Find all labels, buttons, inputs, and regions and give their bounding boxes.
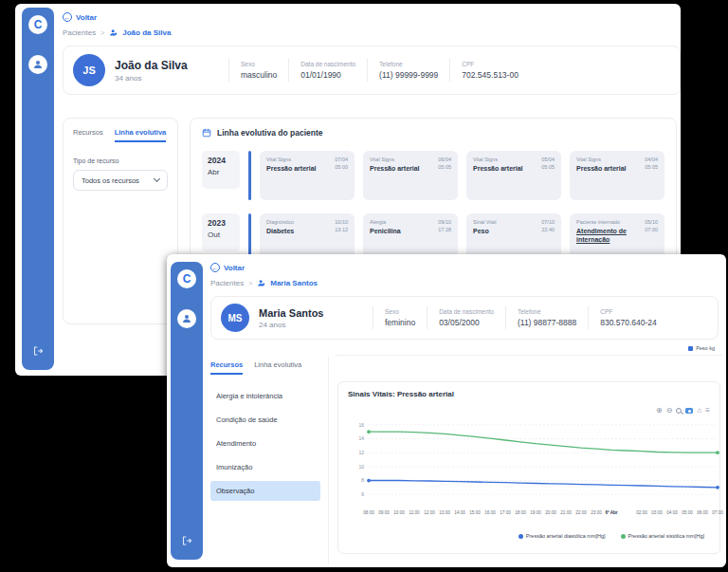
event-time: 05:05 — [438, 164, 451, 173]
patients-nav-icon[interactable] — [177, 309, 196, 328]
previous-card-divider — [336, 355, 722, 356]
menu-item[interactable]: Observação — [210, 481, 320, 501]
person-icon — [32, 59, 44, 70]
timeline-event-card[interactable]: Vital Signs05/04Pressão arterial05:05 — [466, 151, 561, 200]
event-category: Diagnóstico — [266, 219, 331, 225]
zoom-out-icon[interactable]: ⊖ — [666, 407, 673, 415]
back-label: Voltar — [224, 264, 245, 272]
resource-type-select[interactable]: Todos os recursos — [73, 170, 168, 191]
timeline-event-card[interactable]: Vital Signs06/04Pressão arterial05:05 — [363, 151, 458, 200]
svg-text:08:00: 08:00 — [363, 510, 374, 515]
event-title: Peso — [473, 227, 537, 235]
event-category: Vital Signs — [266, 157, 331, 162]
svg-text:14: 14 — [358, 435, 364, 441]
resources-panel: RecursosLinha evolutiva Alergia e intole… — [210, 360, 320, 563]
back-button[interactable]: Voltar — [63, 12, 97, 22]
event-date: 05/04 — [541, 157, 555, 162]
event-category: Sinal Vital — [473, 219, 537, 225]
timeline-event-card[interactable]: Vital Signs04/04Pressão arterial05:05 — [570, 151, 664, 200]
panel-tabs: RecursosLinha evolutiva — [210, 360, 320, 375]
event-date: 04/04 — [645, 157, 658, 162]
svg-text:05:00: 05:00 — [682, 510, 693, 515]
event-title: Diabetes — [266, 227, 331, 235]
field-value: masculino — [241, 70, 277, 80]
legend-item[interactable]: Pressão arterial diastólica mm[Hg] — [519, 533, 606, 539]
svg-text:14:00: 14:00 — [454, 510, 465, 515]
patients-nav-icon[interactable] — [28, 55, 47, 74]
event-date: 09/10 — [438, 219, 451, 225]
patient-field: CPF830.570.640-24 — [588, 306, 668, 329]
breadcrumb: Pacientes > Maria Santos — [210, 279, 722, 287]
timeline-period-chip: 2023Out — [202, 213, 240, 251]
resource-menu: Alergia e intolerânciaCondição de saúdeA… — [210, 386, 320, 501]
zoom-in-icon[interactable]: ⊕ — [656, 407, 663, 415]
field-value: 03/05/2000 — [439, 318, 494, 327]
chart-title: Sinais Vitais: Pressão arterial — [348, 390, 710, 398]
patient-fields: SexomasculinoData de nascimento01/01/199… — [228, 59, 530, 82]
home-icon[interactable]: ⌂ — [697, 407, 701, 415]
legend-item[interactable]: Pressão arterial sistólica mm[Hg] — [621, 533, 704, 539]
logout-icon[interactable] — [181, 533, 192, 550]
tab-recursos[interactable]: Recursos — [210, 360, 243, 375]
back-arrow-icon — [210, 263, 220, 272]
svg-text:21:00: 21:00 — [560, 510, 572, 515]
svg-text:11:00: 11:00 — [409, 510, 420, 515]
app-logo-icon[interactable]: C — [177, 269, 196, 288]
back-button[interactable]: Voltar — [210, 263, 245, 272]
breadcrumb-separator: > — [100, 29, 104, 36]
field-value: 702.545.513-00 — [462, 70, 519, 80]
breadcrumb: Pacientes > João da Silva — [63, 28, 677, 37]
logout-icon[interactable] — [32, 343, 44, 360]
svg-text:17:00: 17:00 — [500, 510, 511, 515]
camera-glyph — [685, 408, 693, 414]
svg-text:20:00: 20:00 — [545, 510, 556, 515]
legend-label: Pressão arterial sistólica mm[Hg] — [628, 533, 704, 539]
svg-text:15:00: 15:00 — [469, 510, 481, 515]
svg-text:10: 10 — [358, 464, 364, 470]
tab-recursos[interactable]: Recursos — [73, 128, 103, 142]
app-logo-icon[interactable]: C — [28, 15, 47, 34]
peso-legend-item[interactable]: Peso kg — [688, 345, 715, 351]
breadcrumb-patients[interactable]: Pacientes — [210, 279, 244, 287]
svg-text:8: 8 — [361, 477, 364, 483]
patient-fields: SexofemininoData de nascimento03/05/2000… — [373, 306, 668, 329]
legend-label: Pressão arterial diastólica mm[Hg] — [526, 533, 606, 539]
vitals-chart-card: Sinais Vitais: Pressão arterial ⊕⊖⌂≡ 161… — [337, 381, 720, 554]
patient-field: Data de nascimento01/01/1990 — [288, 59, 367, 82]
event-category: Alergia — [370, 219, 434, 225]
event-time: 05:00 — [335, 164, 348, 173]
field-label: Telefone — [518, 308, 576, 315]
peso-legend-swatch-icon — [688, 346, 693, 351]
field-value: 830.570.640-24 — [600, 318, 657, 327]
zoom-icon[interactable] — [676, 408, 682, 414]
svg-text:06:00: 06:00 — [697, 510, 708, 515]
menu-item[interactable]: Alergia e intolerância — [210, 386, 320, 406]
menu-item[interactable]: Condição de saúde — [210, 410, 320, 430]
menu-item[interactable]: Imunização — [210, 457, 320, 477]
tab-linha-evolutiva[interactable]: Linha evolutiva — [254, 360, 301, 375]
field-label: CPF — [600, 308, 657, 315]
menu-icon[interactable]: ≡ — [705, 407, 710, 415]
timeline-event-card[interactable]: Vital Signs07/04Pressão arterial05:00 — [260, 151, 355, 200]
resource-type-label: Tipo de recurso — [73, 157, 168, 164]
panel-tabs: RecursosLinha evolutiva — [73, 128, 168, 142]
event-title: Pressão arterial — [576, 164, 641, 173]
svg-text:12:00: 12:00 — [424, 510, 435, 515]
event-time: 05:05 — [645, 164, 658, 173]
timeline-groups: 2024AbrVital Signs07/04Pressão arterial0… — [202, 151, 664, 263]
svg-text:19:00: 19:00 — [530, 510, 541, 515]
field-value: (11) 99999-9999 — [379, 70, 438, 80]
field-value: 01/01/1990 — [300, 70, 355, 80]
svg-text:02:00: 02:00 — [636, 510, 647, 515]
breadcrumb-patients[interactable]: Pacientes — [63, 28, 96, 37]
field-label: Data de nascimento — [439, 308, 494, 315]
timeline-title: Linha evolutiva do paciente — [217, 128, 322, 138]
tab-linha-evolutiva[interactable]: Linha evolutiva — [115, 128, 167, 142]
svg-text:03:00: 03:00 — [651, 510, 663, 515]
svg-text:18:00: 18:00 — [515, 510, 526, 515]
select-value: Todos os recursos — [82, 176, 139, 185]
event-title: Penicilina — [370, 227, 434, 235]
menu-item[interactable]: Atendimento — [210, 434, 320, 453]
camera-icon[interactable] — [685, 408, 693, 414]
chevron-down-icon — [154, 175, 160, 182]
